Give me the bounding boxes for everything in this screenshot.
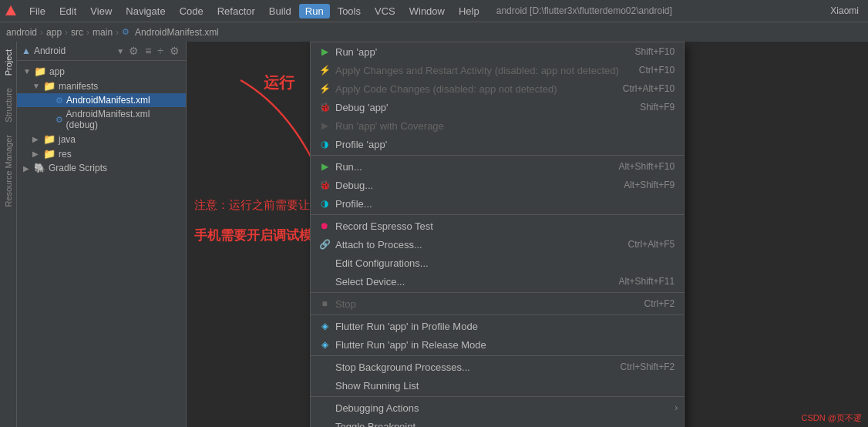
- apply-restart-shortcut: Ctrl+F10: [624, 65, 675, 76]
- flutter-release-icon: ◈: [318, 338, 331, 351]
- menu-code[interactable]: Code: [173, 4, 210, 18]
- breadcrumb-android[interactable]: android: [6, 27, 37, 38]
- tree-item-androidmanifest-debug[interactable]: ▶ ⚙ AndroidManifest.xml (debug): [17, 107, 186, 132]
- breadcrumb-sep-4: ›: [116, 27, 119, 38]
- dropdown-debugging-actions[interactable]: Debugging Actions ›: [311, 398, 684, 417]
- sidebar-tab-structure[interactable]: Structure: [2, 83, 15, 127]
- tree-item-manifests[interactable]: ▼ 📁 manifests: [17, 79, 186, 93]
- manifest-debug-file-icon: ⚙: [56, 115, 63, 125]
- breadcrumb-sep-2: ›: [65, 27, 68, 38]
- select-device-shortcut: Alt+Shift+F11: [603, 276, 675, 287]
- menu-tools[interactable]: Tools: [331, 4, 367, 18]
- dropdown-arrow[interactable]: ▼: [116, 47, 124, 55]
- menu-view[interactable]: View: [84, 4, 118, 18]
- sidebar-tab-project[interactable]: Project: [2, 45, 15, 80]
- device-name: Xiaomi: [830, 5, 865, 16]
- sidebar-tab-resource[interactable]: Resource Manager: [2, 130, 15, 212]
- stop-shortcut: Ctrl+F2: [629, 298, 675, 309]
- breadcrumb-main[interactable]: main: [93, 27, 113, 38]
- main-area: Project Structure Resource Manager ▲ And…: [0, 42, 868, 427]
- dropdown-edit-config[interactable]: Edit Configurations...: [311, 254, 684, 272]
- dropdown-run-menu[interactable]: ▶ Run... Alt+Shift+F10: [311, 157, 684, 176]
- tree-item-androidmanifest[interactable]: ▶ ⚙ AndroidManifest.xml: [17, 93, 186, 107]
- dropdown-profile-menu[interactable]: ◑ Profile...: [311, 194, 684, 213]
- dropdown-flutter-profile[interactable]: ◈ Flutter Run 'app' in Profile Mode: [311, 317, 684, 335]
- panel-split-icon[interactable]: ÷: [156, 45, 165, 57]
- dropdown-run-app[interactable]: ▶ Run 'app' Shift+F10: [311, 42, 684, 61]
- android-icon: ▲: [22, 45, 31, 56]
- panel-settings-icon[interactable]: ⚙: [168, 45, 181, 57]
- dropdown-toggle-breakpoint[interactable]: Toggle Breakpoint: [311, 417, 684, 427]
- dropdown-record-espresso[interactable]: ⏺ Record Espresso Test: [311, 217, 684, 235]
- dropdown-apply-code: ⚡ Apply Code Changes (disabled: app not …: [311, 79, 684, 98]
- separator-6: [311, 396, 684, 397]
- separator-3: [311, 292, 684, 293]
- tree-item-java[interactable]: ▶ 📁 java: [17, 132, 186, 146]
- dropdown-debug-menu[interactable]: 🐞 Debug... Alt+Shift+F9: [311, 176, 684, 194]
- dropdown-item-label: Apply Code Changes (disabled: app not de…: [335, 83, 557, 95]
- dropdown-item-label: Run 'app': [335, 46, 377, 58]
- panel-header: ▲ Android ▼ ⚙ ≡ ÷ ⚙: [17, 42, 186, 61]
- dropdown-item-label: Toggle Breakpoint: [335, 421, 415, 428]
- profile-menu-icon: ◑: [318, 197, 331, 210]
- apply-restart-icon: ⚡: [318, 64, 331, 76]
- menu-run[interactable]: Run: [299, 4, 330, 18]
- spacer: ▶: [45, 116, 52, 124]
- run-menu-shortcut: Alt+Shift+F10: [603, 161, 675, 172]
- dropdown-attach-process[interactable]: 🔗 Attach to Process... Ctrl+Alt+F5: [311, 235, 684, 254]
- tree-item-app[interactable]: ▼ 📁 app: [17, 64, 186, 79]
- arrow-icon: ▼: [23, 67, 31, 76]
- menu-help[interactable]: Help: [453, 4, 486, 18]
- arrow-icon: ▶: [32, 135, 40, 143]
- menu-navigate[interactable]: Navigate: [119, 4, 171, 18]
- panel-title: Android: [34, 45, 112, 56]
- dropdown-item-label: Debugging Actions: [335, 402, 419, 414]
- folder-java-icon: 📁: [43, 133, 56, 145]
- apply-code-icon: ⚡: [318, 82, 331, 95]
- select-device-icon: [318, 275, 331, 287]
- menu-window[interactable]: Window: [403, 4, 451, 18]
- panel-gear-icon[interactable]: ⚙: [127, 45, 140, 57]
- tree-item-res[interactable]: ▶ 📁 res: [17, 146, 186, 161]
- dropdown-item-label: Debug 'app': [335, 102, 389, 113]
- dropdown-item-label: Stop: [335, 298, 356, 310]
- debugging-actions-icon: [318, 402, 331, 414]
- tree-item-label: java: [59, 134, 76, 145]
- attach-shortcut: Ctrl+Alt+F5: [613, 239, 675, 250]
- menu-edit[interactable]: Edit: [53, 4, 82, 18]
- stop-icon: ■: [318, 298, 331, 310]
- gradle-icon: 🐘: [34, 163, 45, 173]
- dropdown-item-label: Flutter Run 'app' in Profile Mode: [335, 321, 478, 332]
- dropdown-stop-bg[interactable]: Stop Background Processes... Ctrl+Shift+…: [311, 358, 684, 376]
- debug-menu-shortcut: Alt+Shift+F9: [608, 180, 675, 190]
- separator-2: [311, 214, 684, 215]
- breadcrumb-app[interactable]: app: [46, 27, 62, 38]
- breadcrumb-sep-1: ›: [40, 27, 43, 38]
- panel-list-icon[interactable]: ≡: [143, 45, 153, 57]
- folder-manifests-icon: 📁: [43, 80, 56, 92]
- run-menu-icon: ▶: [318, 160, 331, 173]
- separator-4: [311, 314, 684, 315]
- tree-item-label: AndroidManifest.xml (debug): [66, 109, 180, 130]
- menu-refactor[interactable]: Refactor: [211, 4, 261, 18]
- dropdown-select-device[interactable]: Select Device... Alt+Shift+F11: [311, 272, 684, 291]
- project-tree: ▼ 📁 app ▼ 📁 manifests ▶ ⚙ AndroidManifes…: [17, 61, 186, 427]
- menu-file[interactable]: File: [23, 4, 52, 18]
- apply-code-shortcut: Ctrl+Alt+F10: [607, 83, 675, 94]
- dropdown-profile-app[interactable]: ◑ Profile 'app': [311, 135, 684, 153]
- menu-vcs[interactable]: VCS: [368, 4, 402, 18]
- tree-item-gradle[interactable]: ▶ 🐘 Gradle Scripts: [17, 161, 186, 175]
- dropdown-show-running[interactable]: Show Running List: [311, 376, 684, 395]
- menu-build[interactable]: Build: [263, 4, 298, 18]
- debug-app-shortcut: Shift+F9: [624, 102, 675, 113]
- tree-item-label: AndroidManifest.xml: [66, 95, 150, 106]
- dropdown-item-label: Attach to Process...: [335, 239, 422, 250]
- tree-item-label: res: [59, 149, 72, 160]
- toggle-breakpoint-icon: [318, 420, 331, 427]
- breadcrumb-manifest[interactable]: AndroidManifest.xml: [135, 27, 219, 38]
- dropdown-flutter-release[interactable]: ◈ Flutter Run 'app' in Release Mode: [311, 335, 684, 354]
- breadcrumb-src[interactable]: src: [71, 27, 83, 38]
- dropdown-debug-app[interactable]: 🐞 Debug 'app' Shift+F9: [311, 98, 684, 116]
- separator-1: [311, 155, 684, 156]
- tree-item-label: app: [49, 66, 65, 77]
